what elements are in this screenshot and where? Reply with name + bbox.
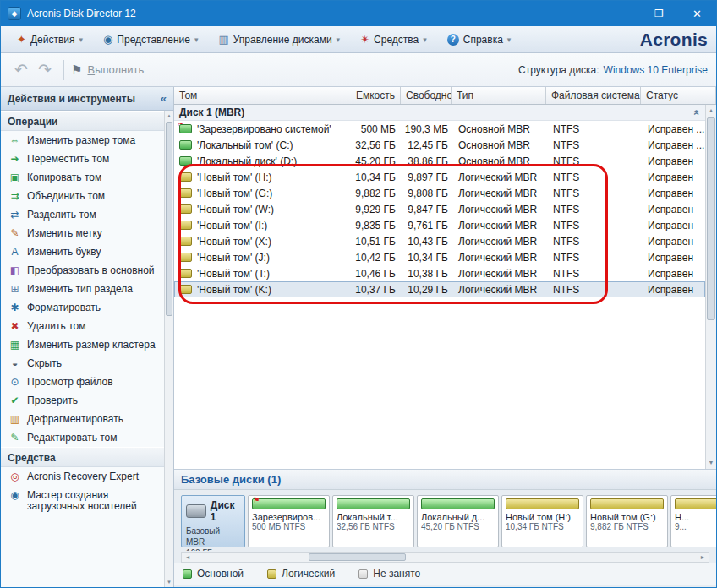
change-letter-icon: A [8, 247, 22, 258]
column-header[interactable]: Тип [452, 87, 546, 104]
sidebar-item[interactable]: ⊙Просмотр файлов [1, 373, 164, 391]
column-header[interactable]: Свободно [401, 87, 452, 104]
column-header[interactable]: Статус [641, 87, 716, 104]
sidebar-item[interactable]: ⇉Объединить том [1, 187, 164, 205]
status-cell: Исправен [641, 236, 705, 248]
menu-item-2[interactable]: ▥Управление дисками▾ [211, 30, 348, 49]
column-header[interactable]: Емкость [348, 87, 401, 104]
column-header[interactable]: Файловая система [546, 87, 641, 104]
cluster-size-icon: ▦ [8, 340, 22, 351]
sidebar-item[interactable]: ✱Форматировать [1, 298, 164, 317]
sidebar-item[interactable]: ◎Acronis Recovery Expert [1, 467, 164, 486]
menu-item-4[interactable]: ?Справка▾ [440, 30, 519, 49]
sidebar-item[interactable]: ⇄Разделить том [1, 205, 164, 224]
table-row[interactable]: 'Новый том' (H:)10,34 ГБ9,897 ГБЛогическ… [174, 169, 705, 185]
table-row[interactable]: 'Новый том' (J:)10,42 ГБ10,34 ГБЛогическ… [174, 249, 705, 265]
menu-item-0[interactable]: ✦Действия▾ [9, 30, 90, 49]
sidebar-item[interactable]: ▣Копировать том [1, 168, 164, 187]
minimize-button[interactable]: ─ [602, 1, 640, 26]
table-row[interactable]: 'Новый том' (W:)9,929 ГБ9,847 ГБЛогическ… [174, 201, 705, 217]
close-button[interactable]: ✕ [678, 1, 716, 26]
sidebar-item-label: Копировать том [27, 172, 161, 183]
table-scrollbar[interactable]: ▲ ▼ [705, 105, 716, 469]
scrollbar-thumb[interactable] [707, 117, 715, 320]
scroll-up-icon[interactable]: ▲ [165, 111, 173, 121]
disk-map-volume[interactable]: ⚑Зарезервиров...500 МБ NTFS [248, 495, 330, 547]
hide-volume-icon: ◒ [8, 358, 22, 369]
table-row[interactable]: 'Новый том' (K:)10,37 ГБ10,29 ГБЛогическ… [174, 281, 705, 297]
sidebar-item[interactable]: ⇔Изменить размер тома [1, 131, 164, 150]
sidebar-item[interactable]: ✔Проверить [1, 391, 164, 410]
volume-info: 10,34 ГБ NTFS [506, 522, 579, 531]
sidebar-item[interactable]: ▦Изменить размер кластера [1, 335, 164, 354]
table-row[interactable]: 'Локальный том' (C:)32,56 ГБ12,45 ГБОсно… [174, 137, 705, 153]
sidebar-item[interactable]: ◉Мастер создания загрузочных носителей [1, 486, 164, 515]
type-cell: Логический MBR [452, 188, 546, 199]
volume-name: 'Новый том' (H:) [197, 172, 272, 183]
scrollbar-thumb[interactable] [166, 122, 172, 316]
disk-map-panel: Базовые диски (1) Диск 1 Базовый MBR 160… [174, 469, 716, 587]
type-cell: Логический MBR [452, 252, 546, 264]
table-row[interactable]: 'Новый том' (I:)9,835 ГБ9,761 ГБЛогическ… [174, 217, 705, 233]
sidebar-header: Действия и инструменты « [1, 87, 173, 111]
disk-map-volume[interactable]: Локальный д...45,20 ГБ NTFS [417, 495, 499, 547]
sidebar-item[interactable]: ◒Скрыть [1, 354, 164, 373]
sidebar-item-label: Форматировать [27, 302, 161, 313]
free-space-cell: 10,29 ГБ [401, 284, 452, 296]
sidebar-item[interactable]: ⊞Изменить тип раздела [1, 280, 164, 298]
free-space-cell: 9,808 ГБ [401, 188, 452, 199]
chevron-down-icon: ▾ [337, 35, 341, 44]
column-header[interactable]: Том [174, 87, 348, 104]
table-row[interactable]: ⚑'Зарезервировано системой'500 МБ190,3 М… [174, 121, 705, 137]
table-row[interactable]: 'Новый том' (X:)10,51 ГБ10,43 ГБЛогическ… [174, 233, 705, 249]
free-space-cell: 9,761 ГБ [401, 220, 452, 231]
menu-item-3[interactable]: ✴Средства▾ [353, 30, 435, 49]
filesystem-cell: NTFS [546, 252, 641, 264]
redo-icon[interactable]: ↷ [33, 59, 57, 81]
free-space-cell: 10,43 ГБ [401, 236, 452, 248]
maximize-button[interactable]: ❒ [640, 1, 678, 26]
volume-name: Новый том (G:) [590, 512, 664, 522]
table-row[interactable]: 'Новый том' (G:)9,882 ГБ9,808 ГБЛогическ… [174, 185, 705, 201]
table-row[interactable]: 'Новый том' (T:)10,46 ГБ10,38 ГБЛогическ… [174, 265, 705, 281]
status-cell: Исправен [641, 204, 705, 215]
status-cell: Исправен [641, 220, 705, 231]
scroll-left-icon[interactable]: ◄ [182, 553, 194, 562]
undo-icon[interactable]: ↶ [9, 59, 33, 81]
scroll-down-icon[interactable]: ▼ [706, 457, 716, 469]
app-window: ◆ Acronis Disk Director 12 ─ ❒ ✕ ✦Действ… [0, 0, 717, 588]
type-cell: Основной MBR [452, 155, 546, 167]
scroll-up-icon[interactable]: ▲ [706, 105, 716, 117]
menu-item-1[interactable]: ◉Представление▾ [96, 30, 205, 49]
sidebar-scrollbar[interactable]: ▲ ▼ [164, 111, 173, 587]
sidebar-collapse-icon[interactable]: « [161, 92, 167, 105]
disk-map-volume[interactable]: Локальный т...32,56 ГБ NTFS [332, 495, 414, 547]
disk-structure-value[interactable]: Windows 10 Enterprise [604, 64, 708, 76]
sidebar-item[interactable]: ✎Редактировать том [1, 428, 164, 447]
logical-legend-icon [267, 569, 276, 579]
commit-button[interactable]: ⚑ Выполнить [71, 63, 144, 78]
disk-map-volume[interactable]: Н...9... [670, 495, 716, 547]
disk-group-row[interactable]: Диск 1 (MBR)« [174, 105, 705, 121]
disk-map-volume[interactable]: Новый том (H:)10,34 ГБ NTFS [501, 495, 583, 547]
disk-map-hscrollbar[interactable]: ◄ ► [181, 552, 709, 563]
disk-block[interactable]: Диск 1 Базовый MBR 160 ГБ [181, 495, 245, 547]
scrollbar-thumb[interactable] [309, 553, 406, 561]
scroll-right-icon[interactable]: ► [697, 553, 709, 562]
volume-name-cell: 'Локальный диск' (D:) [174, 155, 348, 167]
sidebar-item[interactable]: ◧Преобразовать в основной [1, 261, 164, 280]
sidebar-item[interactable]: ➔Переместить том [1, 150, 164, 168]
scroll-down-icon[interactable]: ▼ [165, 577, 173, 587]
collapse-group-icon[interactable]: « [692, 110, 703, 116]
sidebar-item[interactable]: AИзменить букву [1, 242, 164, 261]
free-space-cell: 9,897 ГБ [401, 172, 452, 183]
sidebar-item[interactable]: ✖Удалить том [1, 317, 164, 335]
volume-name: 'Зарезервировано системой' [197, 123, 331, 135]
disk-map-volume[interactable]: Новый том (G:)9,882 ГБ NTFS [586, 495, 668, 547]
sidebar-item[interactable]: ✎Изменить метку [1, 224, 164, 242]
volume-info: 32,56 ГБ NTFS [337, 522, 410, 531]
table-row[interactable]: 'Локальный диск' (D:)45,20 ГБ38,86 ГБОсн… [174, 153, 705, 169]
sidebar-item[interactable]: ▥Дефрагментировать [1, 410, 164, 428]
capacity-cell: 10,51 ГБ [348, 236, 401, 248]
sidebar-item-label: Изменить тип раздела [27, 284, 161, 295]
